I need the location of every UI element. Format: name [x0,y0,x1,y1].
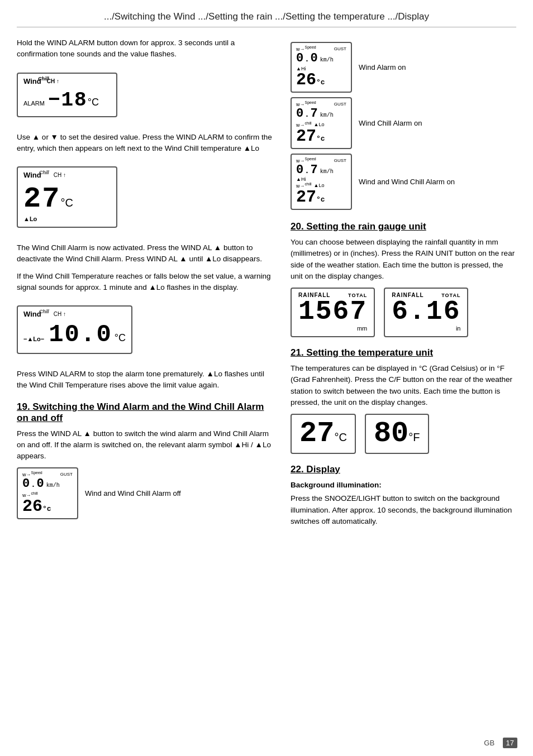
section22-title: 22. Display [291,464,516,475]
ch-label3: CH ↑ [54,311,66,317]
device-both-on-wrap: w→Speed GUST 0.7 km/h ▲Hi w→chill ▲Lo 27 [291,154,516,210]
rainfall1-unit: mm [298,325,367,332]
rainfall1-num: 1567 [298,298,367,325]
device-wind-10: Chill Wind CH ↑ −▲Lo− 10.0 °C [17,305,132,354]
ch-label2: CH ↑ [54,172,66,178]
p4: If the Wind Chill Temperature reaches or… [17,271,274,294]
wdb4-topnum: 0 [22,478,30,490]
device-chill-on-wrap: w→Speed GUST 0.7 km/h w→chill ▲Lo 27 °c [291,97,516,149]
alarm-label-text: ALARM [23,100,45,107]
wdb4-gust: GUST [60,472,73,477]
temp-displays: 27 °C 80 °F [291,414,516,454]
device-alarm-on-wrap: w→Speed GUST 0.0 km/h ▲Hi 26 °c Wind Ala… [291,42,516,93]
p3: The Wind Chill Alarm is now activated. P… [17,242,274,265]
wdb2-gust: GUST [334,102,346,107]
device-both-on-caption: Wind and Wind Chill Alarm on [359,178,455,186]
device4-caption: Wind and Wind Chill Alarm off [85,489,181,497]
rainfall2-num: 6.16 [392,298,460,325]
wdb3-topunit: km/h [320,169,334,175]
chill-label2: Chill [39,170,49,175]
section22-p: Press the SNOOZE/LIGHT button to switch … [291,493,516,527]
wdb2-topunit: km/h [320,113,334,118]
wdb1-gust: GUST [334,46,346,51]
rainfall-mm-box: RAINFALL TOTAL 1567 mm [291,288,375,337]
wdb2-botunit: °c [316,135,325,142]
device-alarm-off: w→Speed GUST 0.0 km/h w→chill 26 °c [17,467,78,519]
left-column: Hold the WIND ALARM button down for appr… [17,37,274,533]
device2-num: 27 [23,183,60,216]
section21-title: 21. Setting the temperature unit [291,347,516,358]
chill-label3: Chill [39,309,49,314]
rainfall-displays: RAINFALL TOTAL 1567 mm RAINFALL TOTAL 6.… [291,288,516,337]
device3-num: 10.0 [49,320,112,348]
wind-label2: Wind [23,171,41,179]
intro-paragraph: Hold the WIND ALARM button down for appr… [17,37,274,60]
device1-unit: °C [88,97,99,108]
wdb3-topnum2: 7 [311,164,318,176]
section20-title: 20. Setting the rain gauge unit [291,221,516,232]
page-header: .../Switching the Wind .../Setting the r… [17,11,516,27]
right-column: w→Speed GUST 0.0 km/h ▲Hi 26 °c Wind Ala… [291,37,516,533]
p5: Press WIND ALARM to stop the alarm tone … [17,369,274,391]
rainfall2-unit: in [392,325,460,332]
section19-p: Press the WIND AL ▲ button to switch the… [17,428,274,462]
device2-unit: °C [60,197,73,209]
temp-fahrenheit-box: 80 °F [365,414,429,454]
wdb3-botunit: °c [316,196,325,203]
device4-wrap: w→Speed GUST 0.0 km/h w→chill 26 °c [17,467,274,519]
header-text: .../Switching the Wind .../Setting the r… [104,11,429,22]
wdb1-topunit: km/h [320,58,334,63]
device-alarm-on: w→Speed GUST 0.0 km/h ▲Hi 26 °c [291,42,352,93]
section20-p: You can choose between displaying the ra… [291,237,516,282]
wdb1-topnum2: 0 [311,52,318,65]
wdb4-topnum2: 0 [37,478,44,490]
wdb1-topnum: 0 [296,52,303,65]
wdb2-botnum: 27 [296,128,316,145]
wdb3-botnum: 27 [296,189,316,205]
page-footer: GB 17 [484,739,517,747]
page-number: 17 [503,738,517,748]
wdb2-topnum: 0 [296,108,303,120]
section21-p: The temperatures can be displayed in °C … [291,363,516,408]
temp2-unit: °F [408,431,420,444]
wdb2-topnum2: 7 [311,108,318,120]
chill-label: Chill [38,76,49,82]
device-chill-on: w→Speed GUST 0.7 km/h w→chill ▲Lo 27 °c [291,97,352,149]
device-wind-alarm-18: Chill Wind CH ↑ ALARM −18 °C [17,73,117,117]
device-chill-on-caption: Wind Chill Alarm on [359,119,422,127]
temp-celsius-box: 27 °C [291,414,356,454]
device-alarm-on-caption: Wind Alarm on [359,63,406,71]
wdb1-botunit: °c [316,79,325,86]
section22-sub: Background illumination: [291,481,382,489]
device-both-on: w→Speed GUST 0.7 km/h ▲Hi w→chill ▲Lo 27 [291,154,352,210]
device-wind-27: Chill Wind CH ↑ 27 °C ▲Lo [17,166,117,228]
wdb3-topnum: 0 [296,164,303,176]
temp1-unit: °C [334,431,346,444]
device2-alo: ▲Lo [23,216,111,222]
wdb4-botnum: 26 [22,498,42,515]
device1-num: −18 [48,89,88,112]
section19-title: 19. Switching the Wind Alarm and the Win… [17,401,274,424]
device3-unit: °C [115,332,126,344]
rainfall-in-box: RAINFALL TOTAL 6.16 in [384,288,468,337]
country-code: GB [484,739,494,747]
wdb4-botunit: °c [42,505,51,513]
wdb3-ahi: ▲Hi [296,176,346,182]
device3-dash-alo: −▲Lo− [23,336,44,342]
wdb4-topunit: km/h [46,483,60,489]
temp2-num: 80 [374,419,408,448]
wind-label3: Wind [23,310,41,318]
wdb1-botnum: 26 [296,71,316,88]
wdb3-gust: GUST [334,158,346,163]
temp1-num: 27 [299,419,334,448]
middle-paragraph: Use ▲ or ▼ to set the desired value. Pre… [17,132,274,155]
